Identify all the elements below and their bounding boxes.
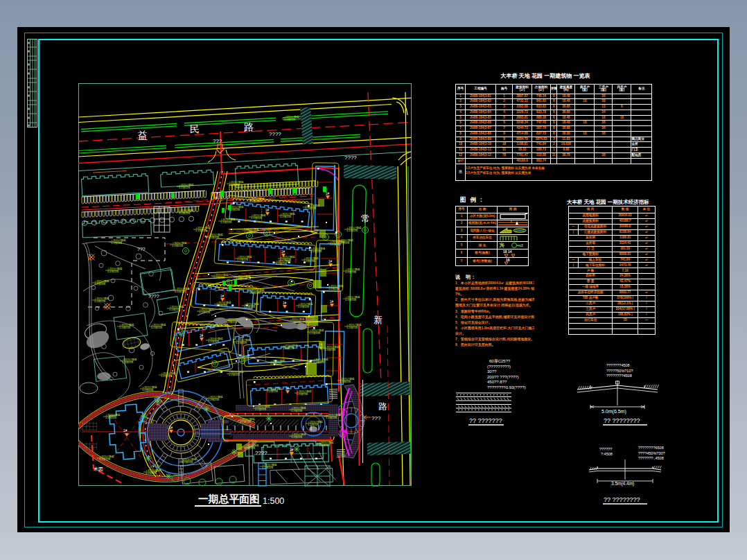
svg-text:1#: 1# xyxy=(328,260,333,263)
svg-text:1#: 1# xyxy=(281,250,285,254)
svg-text:???????4508: ???????4508 xyxy=(606,363,630,367)
svg-text:1#: 1# xyxy=(330,300,334,304)
svg-text:民: 民 xyxy=(190,123,200,134)
svg-text:(?????????): (?????????) xyxy=(487,365,511,369)
svg-text:1#: 1# xyxy=(200,334,204,338)
svg-text:1#: 1# xyxy=(326,192,330,195)
svg-text:??????: ?????? xyxy=(599,447,612,451)
svg-text:???: ??? xyxy=(213,138,222,144)
svg-text:????450%?30?: ????450%?30? xyxy=(638,451,665,455)
svg-text:益: 益 xyxy=(138,130,148,141)
svg-text:路: 路 xyxy=(378,401,387,412)
svg-text:1#: 1# xyxy=(169,426,173,430)
svg-text:常: 常 xyxy=(361,213,370,224)
svg-text:450??.8??: 450??.8?? xyxy=(487,380,507,384)
svg-text:????????0.93(????): ????????0.93(????) xyxy=(487,385,526,390)
svg-text:木図: 木図 xyxy=(94,466,103,472)
svg-text:60厚C25??: 60厚C25?? xyxy=(489,359,511,363)
svg-text:????: ???? xyxy=(148,294,159,299)
svg-text:18 14: 18 14 xyxy=(503,250,512,254)
svg-text:?? ????????: ?? ???????? xyxy=(604,417,640,424)
svg-text:????: ???? xyxy=(269,131,281,137)
svg-text:???????:,4508: ???????:,4508 xyxy=(638,456,664,460)
svg-text:1#: 1# xyxy=(283,301,287,305)
svg-text:????: ???? xyxy=(344,155,357,161)
svg-text:???: ??? xyxy=(137,247,146,252)
svg-text:????: ???? xyxy=(255,450,267,456)
svg-text:3.5m(4.4m): 3.5m(4.4m) xyxy=(611,481,634,487)
svg-text:?? ????????: ?? ???????? xyxy=(604,496,640,503)
svg-text:1#: 1# xyxy=(265,209,270,212)
svg-text:????????4508: ????????4508 xyxy=(606,374,632,378)
svg-text:?? ???????: ?? ??????? xyxy=(469,417,502,424)
svg-text:1#: 1# xyxy=(123,428,128,432)
svg-text:???: ??? xyxy=(371,415,381,421)
svg-text:18: 18 xyxy=(506,258,510,262)
svg-text:????????6508: ????????6508 xyxy=(638,446,664,450)
svg-text:路: 路 xyxy=(244,121,254,132)
svg-text:30??: 30?? xyxy=(487,369,497,374)
svg-text:?:4508: ?:4508 xyxy=(601,452,613,456)
svg-text:1#: 1# xyxy=(285,387,290,390)
svg-text:5.0m(6.5m): 5.0m(6.5m) xyxy=(601,409,626,414)
svg-text:新: 新 xyxy=(374,315,383,325)
svg-text:?????50%?10?: ?????50%?10? xyxy=(606,369,633,373)
svg-text:1#: 1# xyxy=(220,295,225,298)
svg-text:1#: 1# xyxy=(290,448,294,452)
svg-text:200?? ???(????): 200?? ???(????) xyxy=(487,375,519,379)
